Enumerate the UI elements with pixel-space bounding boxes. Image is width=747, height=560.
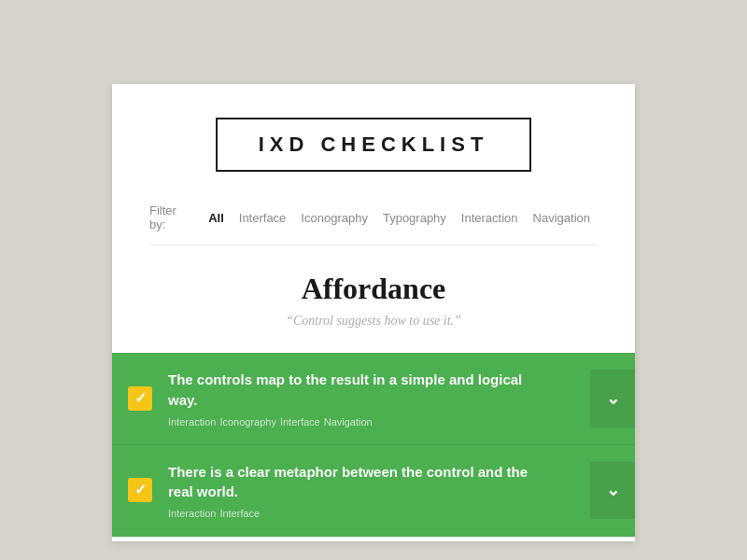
- item-text-1: The controls map to the result in a simp…: [168, 370, 553, 411]
- checklist-item-2: ✓ There is a clear metaphor between the …: [112, 445, 635, 538]
- section-subtitle: “Control suggests how to use it.”: [149, 314, 598, 329]
- item-content-2: There is a clear metaphor between the co…: [168, 462, 590, 520]
- section-title-area: Affordance “Control suggests how to use …: [112, 245, 635, 336]
- filter-interface[interactable]: Interface: [232, 209, 294, 227]
- filter-iconography[interactable]: Iconography: [293, 209, 375, 227]
- checkmark-icon-2: ✓: [134, 483, 147, 497]
- tag-interface-1: Interface: [280, 416, 320, 427]
- filter-typography[interactable]: Typography: [375, 209, 454, 227]
- checklist-item-1: ✓ The controls map to the result in a si…: [112, 353, 635, 445]
- expand-button-2[interactable]: ⌄: [590, 462, 635, 520]
- chevron-down-icon-1: ⌄: [606, 388, 620, 409]
- expand-button-1[interactable]: ⌄: [590, 370, 635, 427]
- item-tags-2: Interaction Interface: [168, 508, 553, 519]
- item-text-2: There is a clear metaphor between the co…: [168, 462, 553, 503]
- filter-navigation[interactable]: Navigation: [526, 209, 598, 227]
- checklist-area: ✓ The controls map to the result in a si…: [112, 353, 635, 537]
- item-tags-1: Interaction Iconography Interface Naviga…: [168, 416, 553, 427]
- tag-interaction-2: Interaction: [168, 508, 216, 519]
- tag-interface-2: Interface: [219, 508, 260, 519]
- tag-navigation-1: Navigation: [324, 416, 373, 427]
- checkmark-1[interactable]: ✓: [128, 386, 152, 411]
- check-col-2[interactable]: ✓: [112, 478, 168, 502]
- tag-iconography-1: Iconography: [219, 416, 276, 427]
- app-title: IXD CHECKLIST: [259, 133, 489, 156]
- chevron-down-icon-2: ⌄: [606, 480, 620, 500]
- filter-bar: Filter by: All Interface Iconography Typ…: [149, 194, 598, 245]
- checkmark-icon-1: ✓: [134, 391, 147, 406]
- tag-interaction-1: Interaction: [168, 416, 216, 427]
- header-area: IXD CHECKLIST Filter by: All Interface I…: [112, 84, 635, 245]
- check-col-1[interactable]: ✓: [112, 386, 168, 411]
- item-content-1: The controls map to the result in a simp…: [168, 370, 590, 427]
- filter-interaction[interactable]: Interaction: [454, 209, 526, 227]
- page-wrapper: IXD CHECKLIST Filter by: All Interface I…: [0, 0, 747, 541]
- main-card: IXD CHECKLIST Filter by: All Interface I…: [112, 84, 635, 541]
- checkmark-2[interactable]: ✓: [128, 478, 152, 502]
- filter-all[interactable]: All: [201, 209, 232, 227]
- section-title: Affordance: [149, 272, 598, 306]
- logo-box: IXD CHECKLIST: [216, 118, 532, 172]
- filter-label: Filter by:: [149, 203, 191, 231]
